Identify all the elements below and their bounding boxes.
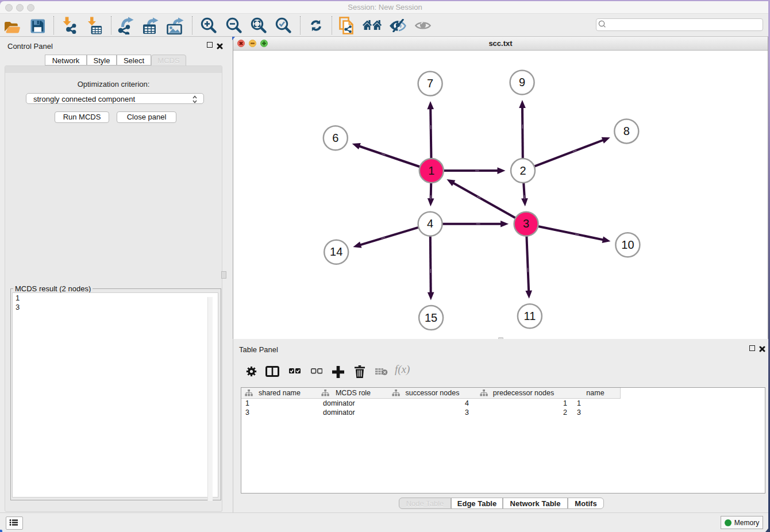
svg-text:10: 10 <box>621 238 634 251</box>
svg-text:4: 4 <box>427 217 433 230</box>
svg-text:14: 14 <box>330 245 342 258</box>
svg-text:7: 7 <box>427 77 433 90</box>
svg-text:2: 2 <box>519 164 526 177</box>
svg-text:9: 9 <box>519 76 525 88</box>
svg-text:8: 8 <box>623 125 630 137</box>
svg-text:15: 15 <box>425 311 437 324</box>
svg-text:3: 3 <box>523 217 529 230</box>
svg-text:11: 11 <box>524 310 536 322</box>
svg-text:1: 1 <box>428 164 434 177</box>
svg-text:6: 6 <box>332 132 338 144</box>
